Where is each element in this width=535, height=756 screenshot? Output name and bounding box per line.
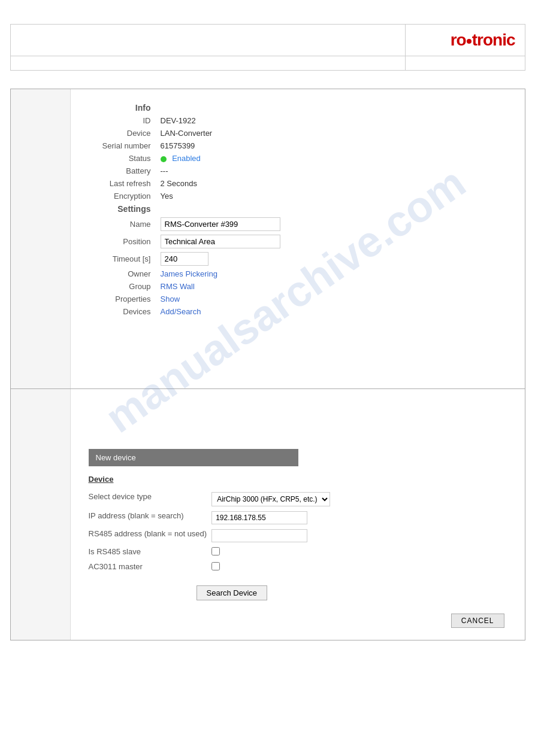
status-value: Enabled — [172, 154, 201, 163]
info-section-header: Info — [89, 101, 161, 114]
rotronic-logo: rotronic — [451, 31, 515, 49]
name-input[interactable] — [161, 217, 280, 231]
select-device-type-label: Select device type — [89, 490, 212, 509]
name-label: Name — [89, 215, 161, 233]
serial-value: 61575399 — [161, 139, 507, 152]
ac3011-master-cell — [211, 560, 335, 575]
form-rs485-address-row: RS485 address (blank = not used) — [89, 527, 335, 545]
settings-properties-row: Properties Show — [89, 293, 507, 305]
timeout-field-cell — [161, 250, 507, 268]
settings-owner-row: Owner James Pickering — [89, 268, 507, 280]
top-section: Info ID DEV-1922 Device LAN-Converter Se… — [11, 89, 525, 389]
group-value[interactable]: RMS Wall — [161, 280, 507, 293]
info-serial-row: Serial number 61575399 — [89, 139, 507, 152]
main-outer: Info ID DEV-1922 Device LAN-Converter Se… — [10, 89, 525, 640]
bottom-spacer — [89, 401, 507, 449]
cancel-button[interactable]: CANCEL — [451, 614, 504, 628]
top-right-content: Info ID DEV-1922 Device LAN-Converter Se… — [71, 89, 525, 388]
logo-ro: ro — [451, 31, 466, 49]
form-ac3011-master-row: AC3011 master — [89, 560, 335, 575]
timeout-label: Timeout [s] — [89, 250, 161, 268]
group-link[interactable]: RMS Wall — [161, 282, 195, 291]
rs485-address-input[interactable] — [211, 529, 307, 542]
info-device-row: Device LAN-Converter — [89, 127, 507, 139]
status-value-cell: Enabled — [161, 152, 507, 165]
devices-label: Devices — [89, 305, 161, 318]
properties-value[interactable]: Show — [161, 293, 507, 305]
new-device-form-table: Select device type AirChip 3000 (HFx, CR… — [89, 490, 335, 575]
group-label: Group — [89, 280, 161, 293]
bottom-right-content: New device Device Select device type Air… — [71, 389, 525, 640]
is-rs485-slave-cell — [211, 545, 335, 560]
owner-link[interactable]: James Pickering — [161, 269, 217, 278]
id-label: ID — [89, 114, 161, 127]
settings-position-row: Position — [89, 233, 507, 250]
settings-devices-row: Devices Add/Search — [89, 305, 507, 318]
ac3011-master-label: AC3011 master — [89, 560, 212, 575]
settings-section-header-empty — [161, 202, 507, 215]
serial-label: Serial number — [89, 139, 161, 152]
owner-label: Owner — [89, 268, 161, 280]
header-subtitle-right — [405, 56, 525, 71]
search-device-btn-wrapper: Search Device — [89, 582, 507, 600]
header-subtitle-left — [10, 56, 405, 71]
device-value: LAN-Converter — [161, 127, 507, 139]
info-section-header-empty — [161, 101, 507, 114]
form-select-device-type-row: Select device type AirChip 3000 (HFx, CR… — [89, 490, 335, 509]
position-input[interactable] — [161, 235, 280, 248]
name-field-cell — [161, 215, 507, 233]
form-ip-address-row: IP address (blank = search) — [89, 509, 335, 527]
ip-address-cell — [211, 509, 335, 527]
position-label: Position — [89, 233, 161, 250]
last-refresh-value: 2 Seconds — [161, 177, 507, 190]
id-value: DEV-1922 — [161, 114, 507, 127]
logo-dot — [467, 39, 471, 44]
info-id-row: ID DEV-1922 — [89, 114, 507, 127]
status-label: Status — [89, 152, 161, 165]
info-section-header-row: Info — [89, 101, 507, 114]
top-left-sidebar — [11, 89, 71, 388]
devices-link[interactable]: Add/Search — [161, 307, 201, 316]
info-encryption-row: Encryption Yes — [89, 190, 507, 202]
battery-label: Battery — [89, 165, 161, 177]
settings-section-header: Settings — [89, 202, 161, 215]
logo-tronic: tronic — [472, 31, 515, 49]
settings-timeout-row: Timeout [s] — [89, 250, 507, 268]
status-dot-icon — [161, 156, 167, 162]
encryption-label: Encryption — [89, 190, 161, 202]
new-device-bar: New device — [89, 449, 298, 466]
encryption-value: Yes — [161, 190, 507, 202]
rs485-address-label: RS485 address (blank = not used) — [89, 527, 212, 545]
settings-group-row: Group RMS Wall — [89, 280, 507, 293]
rs485-address-cell — [211, 527, 335, 545]
ip-address-label: IP address (blank = search) — [89, 509, 212, 527]
is-rs485-slave-checkbox[interactable] — [211, 547, 220, 555]
properties-link[interactable]: Show — [161, 294, 180, 303]
select-device-type-dropdown[interactable]: AirChip 3000 (HFx, CRP5, etc.) — [211, 492, 330, 506]
header-title-cell — [10, 25, 405, 56]
search-device-button[interactable]: Search Device — [197, 585, 268, 600]
battery-value: --- — [161, 165, 507, 177]
info-lastrefresh-row: Last refresh 2 Seconds — [89, 177, 507, 190]
header-table: rotronic — [10, 24, 525, 71]
device-label: Device — [89, 127, 161, 139]
form-rs485-slave-row: Is RS485 slave — [89, 545, 335, 560]
settings-name-row: Name — [89, 215, 507, 233]
select-device-type-cell: AirChip 3000 (HFx, CRP5, etc.) — [211, 490, 335, 509]
owner-value[interactable]: James Pickering — [161, 268, 507, 280]
bottom-section: New device Device Select device type Air… — [11, 389, 525, 640]
settings-section-header-row: Settings — [89, 202, 507, 215]
last-refresh-label: Last refresh — [89, 177, 161, 190]
is-rs485-slave-label: Is RS485 slave — [89, 545, 212, 560]
bottom-left-sidebar — [11, 389, 71, 640]
ac3011-master-checkbox[interactable] — [211, 562, 220, 570]
properties-label: Properties — [89, 293, 161, 305]
devices-value[interactable]: Add/Search — [161, 305, 507, 318]
info-status-row: Status Enabled — [89, 152, 507, 165]
ip-address-input[interactable] — [211, 511, 307, 524]
position-field-cell — [161, 233, 507, 250]
info-table: Info ID DEV-1922 Device LAN-Converter Se… — [89, 101, 507, 318]
info-battery-row: Battery --- — [89, 165, 507, 177]
device-section-label: Device — [89, 475, 507, 484]
timeout-input[interactable] — [161, 252, 208, 266]
